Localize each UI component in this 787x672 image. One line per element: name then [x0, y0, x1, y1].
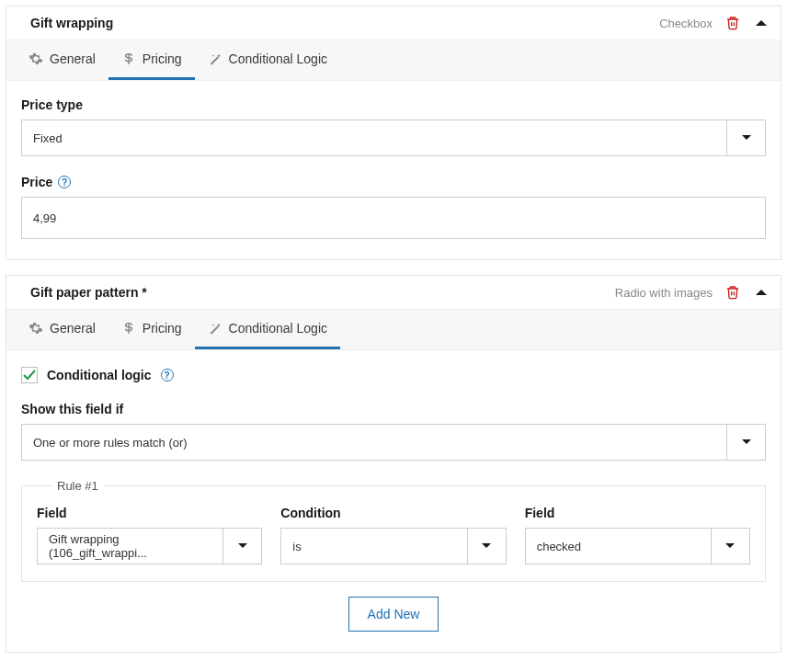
rule-legend: Rule #1: [51, 479, 104, 493]
panel-title: Gift paper pattern *: [30, 285, 615, 300]
tab-pricing[interactable]: Pricing: [108, 310, 195, 349]
tab-label: Conditional Logic: [229, 321, 327, 336]
chevron-down-icon: [711, 529, 749, 564]
select-value: checked: [526, 540, 711, 553]
field-price: Price ?: [21, 175, 766, 239]
wand-icon: [208, 321, 222, 336]
collapse-icon[interactable]: [755, 288, 768, 297]
label-price-type: Price type: [21, 97, 766, 112]
rule-col-field: Field Gift wrapping (106_gift_wrappi...: [37, 506, 262, 564]
gear-icon: [29, 51, 43, 66]
select-value: Gift wrapping (106_gift_wrappi...: [38, 532, 222, 560]
show-if-select[interactable]: One or more rules match (or): [21, 424, 766, 461]
tab-label: Pricing: [143, 321, 182, 336]
rule-value-select[interactable]: checked: [525, 528, 750, 564]
panel-gift-wrapping: Gift wrapping Checkbox General Pricing C…: [6, 6, 781, 260]
tab-general[interactable]: General: [16, 310, 108, 349]
price-type-select[interactable]: Fixed: [21, 120, 766, 156]
select-value: One or more rules match (or): [22, 436, 726, 450]
dollar-icon: [121, 51, 136, 66]
tabs: General Pricing Conditional Logic: [6, 309, 781, 350]
add-new-row: Add New: [21, 597, 766, 632]
chevron-down-icon: [726, 120, 765, 155]
rule-col-label: Condition: [280, 506, 506, 520]
dollar-icon: [121, 321, 136, 336]
field-type-label: Checkbox: [659, 17, 713, 30]
tab-general[interactable]: General: [16, 40, 108, 80]
tab-conditional-logic[interactable]: Conditional Logic: [195, 310, 340, 349]
select-value: is: [281, 540, 466, 553]
help-icon[interactable]: ?: [58, 176, 71, 188]
tab-pricing[interactable]: Pricing: [108, 40, 195, 80]
panel-body: Conditional logic ? Show this field if O…: [6, 350, 781, 652]
add-new-button[interactable]: Add New: [348, 597, 439, 632]
panel-header: Gift paper pattern * Radio with images: [6, 276, 781, 309]
panel-header: Gift wrapping Checkbox: [6, 6, 781, 40]
field-price-type: Price type Fixed: [21, 97, 766, 156]
rule-fieldset: Rule #1 Field Gift wrapping (106_gift_wr…: [21, 479, 766, 582]
trash-icon[interactable]: [725, 285, 740, 300]
trash-icon[interactable]: [725, 16, 740, 30]
tab-label: General: [50, 321, 96, 336]
collapse-icon[interactable]: [755, 18, 768, 28]
chevron-down-icon: [222, 529, 261, 564]
wand-icon: [208, 51, 222, 66]
rule-col-value: Field checked: [525, 506, 750, 564]
tab-conditional-logic[interactable]: Conditional Logic: [195, 40, 340, 80]
panel-gift-paper-pattern: Gift paper pattern * Radio with images G…: [6, 275, 781, 653]
price-input[interactable]: [21, 197, 766, 239]
help-icon[interactable]: ?: [161, 369, 174, 382]
tabs: General Pricing Conditional Logic: [6, 40, 781, 81]
label-show-if: Show this field if: [21, 402, 766, 416]
rule-col-label: Field: [37, 506, 262, 520]
tab-label: General: [50, 51, 96, 66]
field-show-if: Show this field if One or more rules mat…: [21, 402, 766, 461]
chevron-down-icon: [726, 425, 765, 460]
label-price: Price ?: [21, 175, 766, 189]
chevron-down-icon: [467, 529, 506, 564]
conditional-logic-toggle: Conditional logic ?: [21, 367, 766, 383]
panel-title: Gift wrapping: [30, 16, 659, 30]
checkbox-label: Conditional logic: [47, 368, 152, 382]
select-value: Fixed: [22, 131, 726, 145]
rule-condition-select[interactable]: is: [280, 528, 506, 564]
gear-icon: [29, 321, 43, 336]
panel-body: Price type Fixed Price ?: [6, 81, 781, 259]
rule-col-label: Field: [525, 506, 750, 520]
tab-label: Pricing: [143, 51, 182, 66]
rule-col-condition: Condition is: [280, 506, 506, 564]
tab-label: Conditional Logic: [229, 51, 327, 66]
conditional-logic-checkbox[interactable]: [21, 367, 38, 383]
field-type-label: Radio with images: [615, 286, 713, 300]
rule-row: Field Gift wrapping (106_gift_wrappi... …: [37, 506, 750, 564]
rule-field-select[interactable]: Gift wrapping (106_gift_wrappi...: [37, 528, 262, 564]
